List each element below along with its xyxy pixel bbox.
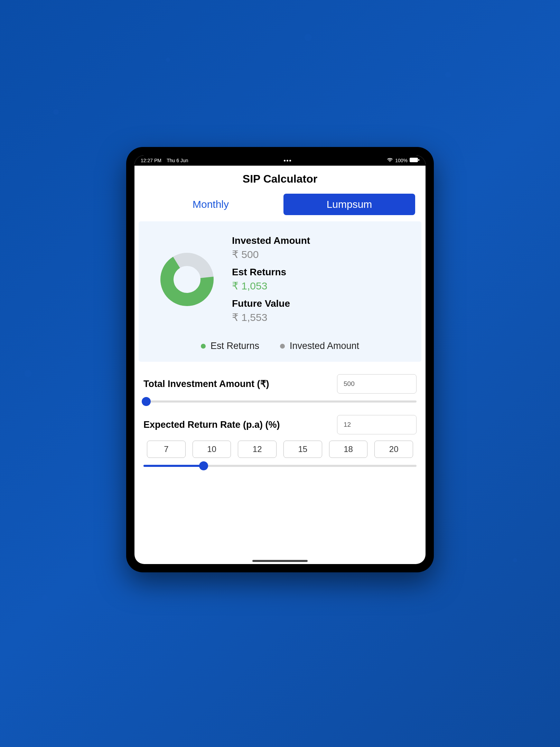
total-investment-input[interactable]: [337, 374, 417, 394]
svg-rect-0: [410, 158, 418, 162]
legend-invested: Invested Amount: [280, 341, 359, 351]
invested-label: Invested Amount: [232, 235, 411, 246]
status-right: 100%: [387, 158, 419, 163]
chip-15[interactable]: 15: [283, 441, 322, 458]
return-rate-label: Expected Return Rate (p.a) (%): [143, 419, 280, 430]
chip-10[interactable]: 10: [193, 441, 231, 458]
legend-invested-label: Invested Amount: [290, 341, 359, 351]
status-time-date: 12:27 PM Thu 6 Jun: [141, 158, 188, 163]
return-rate-chips: 7 10 12 15 18 20: [147, 441, 413, 458]
dot-gray-icon: [280, 344, 285, 349]
legend-returns-label: Est Returns: [211, 341, 259, 351]
total-investment-slider[interactable]: [143, 400, 417, 403]
chip-20[interactable]: 20: [374, 441, 413, 458]
tablet-frame: 12:27 PM Thu 6 Jun 100% SIP Calculator M…: [126, 147, 434, 572]
future-label: Future Value: [232, 298, 411, 309]
chip-18[interactable]: 18: [329, 441, 368, 458]
return-rate-slider[interactable]: [143, 465, 417, 467]
battery-percent: 100%: [395, 158, 408, 163]
returns-label: Est Returns: [232, 267, 411, 278]
svg-rect-1: [418, 159, 419, 161]
status-bar: 12:27 PM Thu 6 Jun 100%: [134, 155, 426, 166]
dot-green-icon: [201, 344, 206, 349]
multitask-dots-icon: [284, 160, 291, 162]
battery-icon: [410, 158, 419, 163]
return-rate-input[interactable]: [337, 415, 417, 434]
tabs: Monthly Lumpsum: [134, 194, 426, 221]
stats: Invested Amount ₹ 500 Est Returns ₹ 1,05…: [232, 235, 411, 323]
future-value: ₹ 1,553: [232, 311, 411, 323]
legend-returns: Est Returns: [201, 341, 259, 351]
chip-12[interactable]: 12: [238, 441, 277, 458]
summary-card: Invested Amount ₹ 500 Est Returns ₹ 1,05…: [139, 221, 421, 362]
total-investment-section: Total Investment Amount (₹): [139, 374, 421, 415]
returns-value: ₹ 1,053: [232, 280, 411, 292]
home-indicator[interactable]: [252, 560, 308, 562]
chart-legend: Est Returns Invested Amount: [149, 341, 411, 351]
tab-monthly[interactable]: Monthly: [145, 194, 277, 215]
wifi-icon: [387, 158, 393, 163]
tab-lumpsum[interactable]: Lumpsum: [283, 194, 415, 215]
page-title: SIP Calculator: [134, 166, 426, 194]
status-date: Thu 6 Jun: [167, 158, 188, 163]
donut-chart: [159, 252, 215, 307]
screen: 12:27 PM Thu 6 Jun 100% SIP Calculator M…: [134, 155, 426, 564]
chip-7[interactable]: 7: [147, 441, 186, 458]
return-rate-section: Expected Return Rate (p.a) (%) 7 10 12 1…: [139, 415, 421, 479]
total-investment-label: Total Investment Amount (₹): [143, 378, 269, 389]
invested-value: ₹ 500: [232, 248, 411, 260]
status-time: 12:27 PM: [141, 158, 161, 163]
content: Invested Amount ₹ 500 Est Returns ₹ 1,05…: [134, 221, 426, 564]
